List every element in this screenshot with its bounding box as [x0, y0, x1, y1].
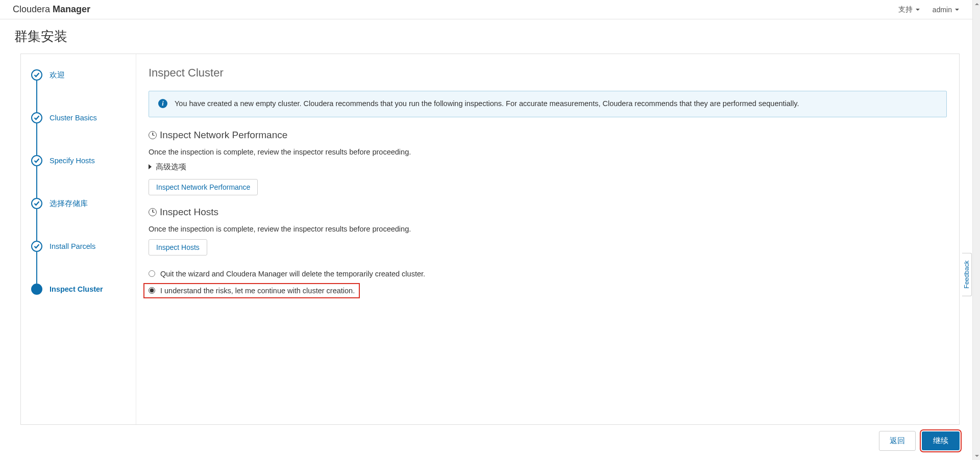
check-icon	[31, 155, 42, 166]
step-install-parcels[interactable]: Install Parcels	[31, 241, 131, 252]
wizard-main: Inspect Cluster i You have created a new…	[136, 54, 959, 424]
scrollbar-track[interactable]	[972, 0, 980, 458]
check-icon	[31, 241, 42, 252]
check-icon	[31, 69, 42, 81]
radio-continue-risk[interactable]: I understand the risks, let me continue …	[143, 283, 360, 298]
brand-light: Cloudera	[13, 4, 53, 14]
wizard-footer: 返回 继续	[0, 425, 980, 458]
chevron-right-icon	[149, 164, 152, 169]
topbar: Cloudera Manager 支持 admin	[0, 0, 980, 19]
network-perf-desc: Once the inspection is complete, review …	[149, 148, 947, 156]
user-menu[interactable]: admin	[933, 6, 959, 14]
step-connector	[36, 252, 37, 284]
inspect-network-button[interactable]: Inspect Network Performance	[149, 179, 258, 195]
caret-down-icon	[916, 9, 920, 11]
step-label: Cluster Basics	[50, 114, 97, 122]
wizard-container: 欢迎 Cluster Basics Specify Hosts 选择存储库 In…	[20, 54, 960, 425]
user-label: admin	[933, 6, 952, 14]
step-label: Install Parcels	[50, 242, 95, 250]
brand-bold: Manager	[53, 4, 90, 14]
check-icon	[31, 198, 42, 209]
alert-text: You have created a new empty cluster. Cl…	[175, 98, 799, 110]
inspect-hosts-title-text: Inspect Hosts	[160, 207, 218, 218]
radio-quit-label: Quit the wizard and Cloudera Manager wil…	[160, 270, 425, 278]
support-menu[interactable]: 支持	[898, 5, 920, 14]
radio-input-continue[interactable]	[149, 287, 155, 294]
caret-down-icon	[955, 9, 959, 11]
inspect-hosts-desc: Once the inspection is complete, review …	[149, 225, 947, 233]
advanced-options-toggle[interactable]: 高级选项	[149, 162, 947, 172]
radio-group: Quit the wizard and Cloudera Manager wil…	[149, 270, 947, 298]
back-button[interactable]: 返回	[879, 431, 916, 451]
scroll-up-button[interactable]	[973, 0, 980, 8]
info-alert: i You have created a new empty cluster. …	[149, 91, 947, 117]
step-connector	[36, 209, 37, 241]
step-select-repository[interactable]: 选择存储库	[31, 198, 131, 209]
step-connector	[36, 166, 37, 198]
radio-input-quit[interactable]	[149, 270, 155, 277]
main-title: Inspect Cluster	[149, 66, 947, 80]
step-inspect-cluster[interactable]: Inspect Cluster	[31, 284, 131, 295]
support-label: 支持	[898, 5, 913, 14]
step-connector	[36, 81, 37, 112]
page-title: 群集安装	[14, 28, 966, 45]
network-perf-title-text: Inspect Network Performance	[160, 130, 287, 141]
network-perf-title: Inspect Network Performance	[149, 130, 947, 141]
scroll-down-button[interactable]	[973, 452, 980, 458]
current-step-icon	[31, 284, 42, 295]
check-icon	[31, 112, 42, 123]
step-welcome[interactable]: 欢迎	[31, 69, 131, 81]
info-icon: i	[158, 99, 167, 108]
step-label: Specify Hosts	[50, 157, 95, 165]
clock-icon	[149, 131, 157, 139]
feedback-tab[interactable]: Feedback	[962, 253, 972, 296]
step-label: 欢迎	[50, 70, 65, 80]
step-connector	[36, 123, 37, 155]
clock-icon	[149, 208, 157, 216]
advanced-options-label: 高级选项	[156, 162, 186, 172]
inspect-hosts-button[interactable]: Inspect Hosts	[149, 239, 207, 255]
step-label: Inspect Cluster	[50, 285, 103, 293]
radio-continue-label: I understand the risks, let me continue …	[160, 287, 355, 295]
radio-quit-wizard[interactable]: Quit the wizard and Cloudera Manager wil…	[149, 270, 947, 278]
step-label: 选择存储库	[50, 199, 88, 209]
topbar-right: 支持 admin	[898, 5, 967, 14]
step-cluster-basics[interactable]: Cluster Basics	[31, 112, 131, 123]
inspect-hosts-title: Inspect Hosts	[149, 207, 947, 218]
brand[interactable]: Cloudera Manager	[13, 4, 90, 15]
continue-button[interactable]: 继续	[922, 431, 960, 450]
step-specify-hosts[interactable]: Specify Hosts	[31, 155, 131, 166]
wizard-sidebar: 欢迎 Cluster Basics Specify Hosts 选择存储库 In…	[21, 54, 136, 424]
page-title-bar: 群集安装	[0, 19, 980, 54]
